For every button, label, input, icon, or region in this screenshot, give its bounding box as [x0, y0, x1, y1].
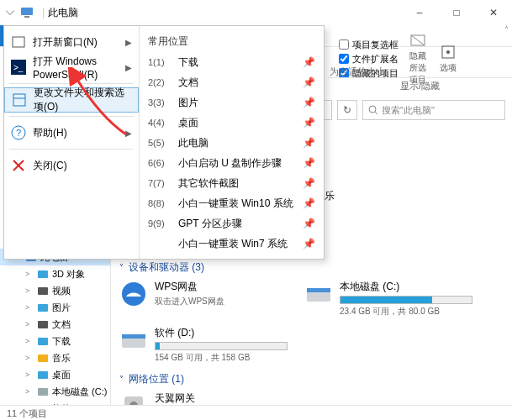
ribbon-group-label: 显示/隐藏: [328, 77, 512, 94]
pin-icon[interactable]: 📌: [303, 76, 315, 88]
window-icon: [11, 34, 26, 50]
ribbon-hint-text: 为合适的大小: [330, 66, 385, 78]
frequent-place-item[interactable]: 4(4)桌面📌: [140, 113, 324, 133]
pin-icon[interactable]: 📌: [303, 218, 315, 229]
desk-icon: [37, 369, 49, 381]
close-icon: [11, 158, 26, 173]
drive-item[interactable]: WPS网盘双击进入WPS网盘: [119, 280, 288, 318]
file-menu-item[interactable]: >_打开 Windows PowerShell(R)▶: [4, 55, 139, 80]
close-button[interactable]: ✕: [475, 0, 512, 25]
file-menu-item[interactable]: 打开新窗口(N)▶: [4, 29, 139, 55]
pin-icon[interactable]: 📌: [303, 56, 315, 68]
svg-point-6: [369, 106, 376, 113]
frequent-place-item[interactable]: 1(1)下载📌: [140, 52, 324, 72]
video-icon: [37, 285, 49, 297]
pin-icon[interactable]: 📌: [303, 117, 315, 129]
svg-rect-29: [38, 388, 48, 396]
tree-node[interactable]: >音乐: [0, 349, 110, 366]
help-icon: ?: [11, 125, 26, 140]
music-icon: [37, 352, 49, 364]
tree-node[interactable]: >视频: [0, 282, 110, 299]
tree-node[interactable]: >下载: [0, 333, 110, 349]
pin-icon[interactable]: 📌: [303, 97, 315, 108]
pic-icon: [37, 302, 49, 313]
svg-rect-22: [38, 270, 48, 278]
svg-rect-27: [38, 354, 48, 362]
chevron-right-icon: ▶: [125, 38, 132, 47]
file-dropdown-menu: 打开新窗口(N)▶>_打开 Windows PowerShell(R)▶更改文件…: [3, 25, 325, 260]
tree-node[interactable]: >文档: [0, 316, 110, 333]
frequent-place-item[interactable]: 2(2)文档📌: [140, 72, 324, 92]
frequent-place-item[interactable]: 6(6)小白启动 U 盘制作步骤📌: [140, 153, 324, 173]
chevron-down-icon: ˅: [119, 375, 124, 384]
network-section-header[interactable]: ˅ 网络位置 (1): [119, 372, 504, 386]
svg-rect-24: [38, 304, 48, 312]
status-bar: 11 个项目: [0, 405, 512, 420]
3d-icon: [37, 268, 49, 280]
doc-icon: [37, 318, 49, 330]
options-button[interactable]: 选项: [437, 44, 459, 74]
chevron-down-icon: ˅: [119, 263, 124, 272]
frequent-places-header: 常用位置: [140, 31, 324, 52]
minimize-button[interactable]: –: [401, 0, 438, 25]
pin-icon[interactable]: 📌: [303, 177, 315, 189]
window-title: 此电脑: [48, 6, 78, 20]
svg-rect-28: [38, 371, 48, 379]
frequent-place-item[interactable]: 8(8)小白一键重装 Win10 系统📌: [140, 193, 324, 213]
network-item[interactable]: 天翼网关: [119, 391, 288, 405]
ps-icon: >_: [11, 60, 26, 75]
pin-icon[interactable]: 📌: [303, 157, 315, 169]
tree-node[interactable]: >本地磁盘 (C:): [0, 383, 110, 400]
file-menu-item[interactable]: ?帮助(H)▶: [4, 120, 139, 145]
svg-rect-0: [21, 8, 33, 15]
svg-line-3: [411, 35, 425, 45]
svg-rect-36: [307, 288, 330, 292]
pin-icon[interactable]: 📌: [303, 238, 315, 249]
pc-icon: [20, 6, 34, 19]
svg-rect-26: [38, 338, 48, 345]
frequent-place-item[interactable]: 5(5)此电脑📌: [140, 133, 324, 153]
pin-icon[interactable]: 📌: [303, 137, 315, 149]
tree-node[interactable]: >3D 对象: [0, 265, 110, 282]
frequent-place-item[interactable]: 9(9)GPT 分区步骤📌: [140, 213, 324, 234]
file-menu-item[interactable]: 更改文件夹和搜索选项(O): [4, 87, 139, 113]
titlebar: | 此电脑 – □ ✕: [0, 0, 512, 25]
window-controls: – □ ✕: [401, 0, 512, 25]
svg-text:>_: >_: [13, 63, 24, 72]
svg-point-5: [446, 50, 450, 54]
tree-node[interactable]: >桌面: [0, 366, 110, 383]
svg-line-7: [375, 112, 377, 114]
ribbon-check-1[interactable]: 文件扩展名: [339, 53, 399, 66]
search-box[interactable]: 搜索"此电脑": [362, 100, 505, 120]
drive-item[interactable]: 本地磁盘 (C:)23.4 GB 可用，共 80.0 GB: [304, 280, 472, 318]
svg-rect-23: [38, 287, 48, 295]
chevron-down-icon[interactable]: [5, 8, 15, 18]
maximize-button[interactable]: □: [438, 0, 475, 25]
drive-icon: [119, 280, 148, 308]
svg-rect-1: [24, 16, 29, 18]
tree-node[interactable]: >图片: [0, 299, 110, 316]
history-nav: [5, 8, 15, 18]
chevron-right-icon: ▶: [125, 63, 132, 72]
pin-icon[interactable]: 📌: [303, 197, 315, 209]
file-menu-item[interactable]: 关闭(C): [4, 153, 139, 178]
dl-icon: [37, 335, 49, 347]
drive-item[interactable]: 软件 (D:)154 GB 可用，共 158 GB: [119, 326, 288, 364]
frequent-place-item[interactable]: 7(7)其它软件截图📌: [140, 173, 324, 193]
ribbon-check-0[interactable]: 项目复选框: [339, 39, 399, 51]
chevron-right-icon: ▶: [125, 129, 132, 138]
drive-icon: [119, 326, 148, 354]
search-icon: [368, 105, 378, 115]
drive-icon: [304, 280, 333, 308]
devices-section-header[interactable]: ˅ 设备和驱动器 (3): [119, 260, 504, 275]
svg-rect-8: [13, 37, 24, 47]
svg-rect-25: [38, 321, 48, 328]
frequent-place-item[interactable]: 小白一键重装 Win7 系统📌: [140, 234, 324, 254]
gateway-icon: [119, 391, 148, 405]
drive-icon: [37, 386, 49, 397]
frequent-place-item[interactable]: 3(3)图片📌: [140, 92, 324, 113]
separator: |: [42, 7, 45, 18]
refresh-button[interactable]: ↻: [337, 100, 357, 120]
opts-icon: [12, 92, 27, 108]
svg-text:?: ?: [16, 128, 21, 138]
